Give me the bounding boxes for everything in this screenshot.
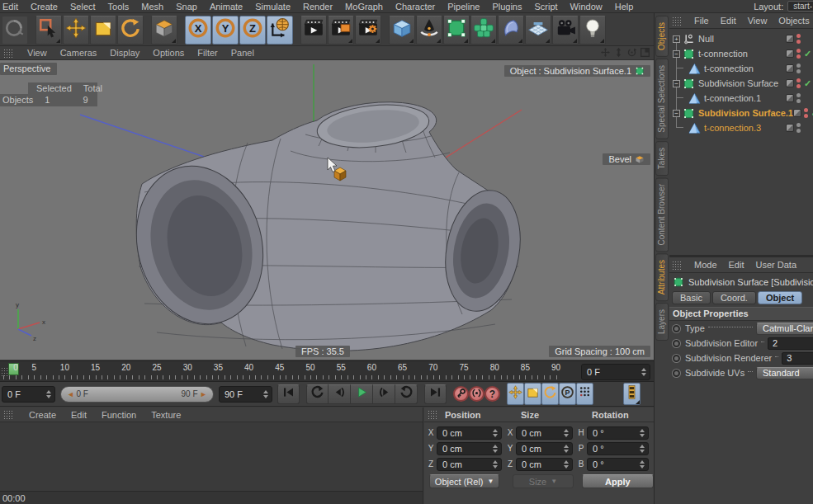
frame-tick[interactable] (16, 375, 17, 379)
frame-tick[interactable] (360, 375, 361, 379)
spinner-icon[interactable] (562, 443, 570, 455)
pan-view-icon[interactable] (600, 47, 611, 59)
dolly-view-icon[interactable] (613, 47, 624, 59)
frame-tick[interactable] (255, 375, 256, 379)
frame-tick[interactable] (169, 375, 170, 379)
menu-snap[interactable]: Snap (176, 2, 197, 12)
viewport-canvas[interactable]: y x z Perspective Selected Total Objects… (0, 60, 654, 360)
add-primitive[interactable] (389, 16, 415, 45)
property-subdivide-uvs-dropdown[interactable]: Standard (756, 367, 813, 379)
tree-expander-icon[interactable]: − (673, 50, 680, 58)
tree-row-t-connection-3[interactable]: t-connection.3 (669, 120, 813, 135)
frame-tick[interactable] (163, 375, 163, 379)
timeline-window[interactable] (623, 383, 640, 405)
move-tool[interactable] (63, 16, 89, 45)
object-manager-menu-edit[interactable]: Edit (721, 16, 736, 26)
frame-tick[interactable] (28, 375, 29, 379)
frame-tick[interactable] (218, 375, 219, 379)
frame-tick[interactable] (316, 375, 317, 379)
frame-tick[interactable] (175, 375, 176, 379)
spinner-icon[interactable] (491, 427, 499, 439)
live-selection-tool[interactable] (35, 16, 62, 45)
goto-previous-key[interactable] (306, 384, 329, 404)
timeline-grip[interactable] (1, 367, 7, 377)
menu-select[interactable]: Select (70, 2, 96, 12)
tree-expander-icon[interactable]: + (673, 35, 680, 43)
add-subdivision-surface[interactable] (443, 16, 470, 45)
frame-tick[interactable] (378, 375, 379, 379)
orbit-view-icon[interactable] (626, 47, 637, 59)
frame-tick[interactable] (64, 375, 65, 379)
attribute-menu-edit[interactable]: Edit (729, 260, 744, 270)
menu-animate[interactable]: Animate (210, 2, 243, 12)
visibility-dots[interactable] (796, 123, 801, 133)
frame-tick[interactable] (446, 375, 447, 379)
frame-tick[interactable] (458, 375, 459, 379)
attribute-menu-mode[interactable]: Mode (694, 260, 717, 270)
spinner-icon[interactable] (640, 366, 647, 378)
property-subdivision-renderer-input[interactable]: 3 (782, 352, 813, 365)
frame-tick[interactable] (249, 375, 250, 379)
end-frame-field[interactable]: 90 F (219, 386, 272, 403)
manager-tab-layers[interactable]: Layers (655, 303, 669, 341)
render-picture-viewer[interactable] (328, 16, 354, 45)
frame-tick[interactable] (21, 375, 22, 379)
key-scale[interactable] (524, 383, 541, 405)
frame-tick[interactable] (501, 375, 502, 379)
add-environment[interactable] (525, 16, 551, 45)
timeline-ruler[interactable]: 051015202530354045505560657075808590 0 F (0, 360, 654, 382)
menu-plugins[interactable]: Plugins (492, 2, 522, 12)
layer-toggle[interactable] (786, 124, 794, 132)
size-z-field[interactable]: 0 cm (516, 458, 573, 471)
frame-tick[interactable] (114, 375, 115, 379)
play-forwards[interactable] (351, 384, 373, 404)
frame-tick[interactable] (439, 375, 440, 379)
object-manager-menu-objects[interactable]: Objects (778, 16, 809, 26)
apply-button[interactable]: Apply (582, 474, 654, 488)
frame-tick[interactable] (132, 375, 133, 379)
timeline-menu-texture[interactable]: Texture (151, 410, 181, 420)
frame-tick[interactable] (421, 375, 422, 379)
spinner-icon[interactable] (638, 443, 645, 455)
frame-tick[interactable] (71, 375, 72, 379)
add-spline[interactable] (416, 16, 442, 45)
key-rotation[interactable] (541, 383, 559, 405)
add-generator[interactable] (470, 16, 497, 45)
tree-row-subdivision-surface-1[interactable]: −Subdivision Surface.1✓ (669, 106, 813, 120)
keyframe-circle-icon[interactable] (673, 340, 680, 347)
viewport-menu-panel[interactable]: Panel (231, 48, 254, 58)
spinner-icon[interactable] (262, 389, 269, 400)
tree-row-subdivision-surface[interactable]: −Subdivision Surface✓ (669, 76, 813, 91)
frame-tick[interactable] (341, 375, 342, 379)
menu-edit[interactable]: Edit (2, 2, 18, 12)
frame-tick[interactable] (212, 375, 213, 379)
frame-tick[interactable] (182, 375, 182, 379)
frame-tick[interactable] (120, 375, 121, 379)
menu-simulate[interactable]: Simulate (255, 2, 291, 12)
frame-tick[interactable] (126, 375, 127, 379)
tree-row-null[interactable]: +Null (669, 31, 813, 46)
toggle-view-icon[interactable] (640, 47, 650, 59)
panel-grip-icon[interactable] (672, 16, 683, 26)
layer-toggle[interactable] (786, 94, 794, 102)
range-left-arrow-icon[interactable]: ◄ (67, 390, 76, 398)
size-y-field[interactable]: 0 cm (516, 442, 573, 455)
frame-tick[interactable] (96, 375, 97, 379)
size-x-field[interactable]: 0 cm (516, 426, 573, 440)
visibility-dots[interactable] (804, 108, 808, 118)
frame-tick[interactable] (329, 375, 329, 379)
frame-tick[interactable] (433, 375, 434, 379)
position-y-field[interactable]: 0 cm (437, 442, 502, 455)
spinner-icon[interactable] (491, 459, 499, 470)
frame-tick[interactable] (371, 375, 372, 379)
property-subdivision-editor-input[interactable]: 2 (768, 337, 813, 350)
frame-tick[interactable] (107, 375, 108, 379)
frame-tick[interactable] (464, 375, 465, 379)
spinner-icon[interactable] (45, 389, 52, 400)
frame-tick[interactable] (476, 375, 477, 379)
frame-tick[interactable] (89, 375, 90, 379)
frame-tick[interactable] (157, 375, 158, 379)
frame-tick[interactable] (77, 375, 78, 379)
frame-tick[interactable] (482, 375, 483, 379)
view-label[interactable]: Perspective (0, 63, 57, 75)
